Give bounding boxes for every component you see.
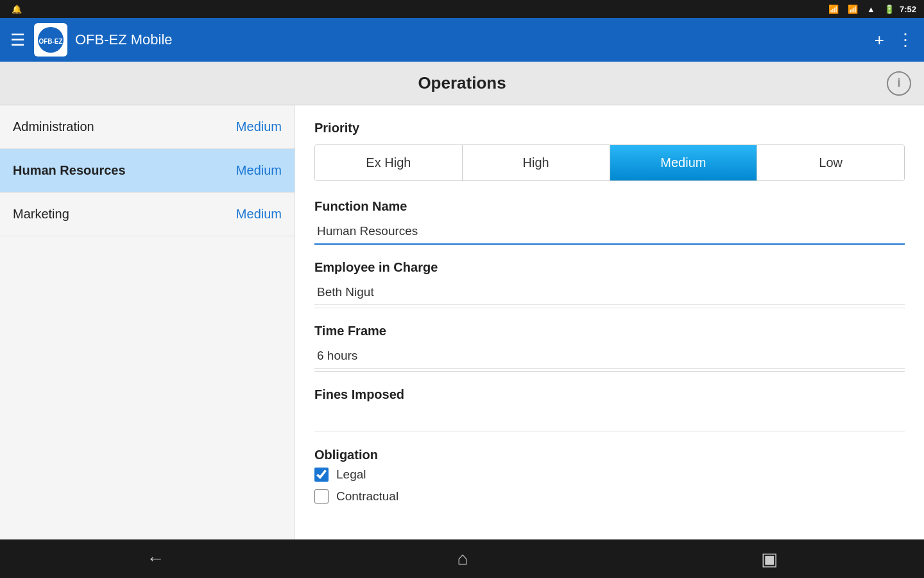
timeframe-section: Time Frame 6 hours — [314, 324, 905, 372]
notification-icon: 🔔 — [12, 4, 22, 14]
back-button[interactable]: ← — [131, 543, 180, 574]
priority-section: Priority Ex High High Medium Low — [314, 121, 905, 181]
sidebar-item-administration[interactable]: Administration Medium — [0, 105, 295, 149]
content-panel: Priority Ex High High Medium Low Functio… — [295, 105, 924, 539]
app-bar: ☰ OFB-EZ OFB-EZ Mobile + ⋮ — [0, 18, 924, 62]
obligation-label: Obligation — [314, 448, 905, 462]
timeframe-label: Time Frame — [314, 324, 905, 338]
function-name-label: Function Name — [314, 199, 905, 214]
status-bar: 🔔 📶 📶 ▲ 🔋 7:52 — [0, 0, 924, 18]
obligation-contractual-item: Contractual — [314, 489, 905, 504]
add-button[interactable]: + — [875, 31, 884, 48]
timeframe-divider — [314, 371, 905, 372]
priority-high-button[interactable]: High — [463, 145, 610, 180]
employee-value: Beth Nigut — [314, 280, 905, 305]
wifi-icon: 📶 — [848, 4, 858, 14]
menu-icon[interactable]: ☰ — [10, 30, 25, 50]
main-layout: Administration Medium Human Resources Me… — [0, 105, 924, 539]
page-title: Operations — [418, 73, 506, 93]
svg-text:OFB-EZ: OFB-EZ — [38, 38, 62, 45]
sidebar-item-administration-label: Administration — [13, 119, 94, 134]
bottom-nav: ← ⌂ ▣ — [0, 539, 924, 578]
obligation-contractual-checkbox[interactable] — [314, 489, 329, 504]
employee-label: Employee in Charge — [314, 260, 905, 275]
priority-label: Priority — [314, 121, 905, 136]
info-button[interactable]: i — [887, 71, 911, 96]
employee-divider — [314, 308, 905, 308]
status-bar-left: 🔔 — [8, 4, 819, 14]
fines-input[interactable] — [314, 407, 905, 432]
recents-button[interactable]: ▣ — [746, 543, 793, 575]
obligation-legal-label: Legal — [336, 468, 366, 482]
sidebar-item-administration-priority: Medium — [236, 119, 282, 134]
app-bar-actions: + ⋮ — [875, 31, 914, 48]
fines-section: Fines Imposed — [314, 387, 905, 432]
bluetooth-icon: 📶 — [828, 4, 839, 14]
app-logo: OFB-EZ — [34, 23, 67, 57]
function-name-section: Function Name — [314, 199, 905, 245]
sidebar: Administration Medium Human Resources Me… — [0, 105, 295, 539]
sidebar-item-human-resources-label: Human Resources — [13, 163, 126, 178]
status-time: 7:52 — [900, 4, 916, 14]
priority-buttons: Ex High High Medium Low — [314, 144, 905, 181]
obligation-legal-item: Legal — [314, 468, 905, 482]
function-name-input[interactable] — [314, 219, 905, 245]
employee-section: Employee in Charge Beth Nigut — [314, 260, 905, 308]
obligation-contractual-label: Contractual — [336, 489, 398, 504]
priority-ex-high-button[interactable]: Ex High — [315, 145, 463, 180]
sidebar-item-human-resources[interactable]: Human Resources Medium — [0, 149, 295, 193]
sidebar-item-marketing-label: Marketing — [13, 207, 69, 222]
sidebar-item-human-resources-priority: Medium — [236, 163, 282, 178]
sidebar-item-marketing[interactable]: Marketing Medium — [0, 193, 295, 236]
page-header: Operations i — [0, 62, 924, 105]
logo-svg: OFB-EZ — [37, 26, 65, 54]
fines-label: Fines Imposed — [314, 387, 905, 402]
timeframe-value: 6 hours — [314, 344, 905, 369]
obligation-legal-checkbox[interactable] — [314, 468, 329, 482]
signal-icon: ▲ — [867, 4, 875, 14]
battery-icon: 🔋 — [884, 4, 894, 14]
sidebar-item-marketing-priority: Medium — [236, 207, 282, 222]
info-icon: i — [897, 76, 900, 90]
app-title: OFB-EZ Mobile — [75, 31, 875, 48]
more-button[interactable]: ⋮ — [897, 31, 914, 48]
obligation-section: Obligation Legal Contractual — [314, 448, 905, 504]
priority-low-button[interactable]: Low — [757, 145, 904, 180]
priority-medium-button[interactable]: Medium — [610, 145, 758, 180]
home-button[interactable]: ⌂ — [442, 543, 484, 574]
